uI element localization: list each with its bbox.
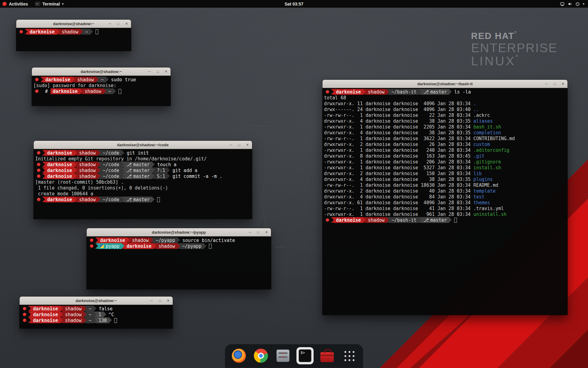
prompt-segment-gitq: ?:1 — [155, 167, 167, 173]
window-titlebar[interactable]: darknoise@shadow:~/code ─ □ × — [34, 141, 252, 149]
app-menu-label: Terminal — [42, 2, 60, 6]
close-button[interactable]: × — [124, 21, 129, 26]
minimize-button[interactable]: ─ — [228, 142, 233, 147]
terminal-line: drwxrwxr-x. 8 darknoise darknoise 163 Ja… — [324, 153, 566, 159]
redhat-icon — [90, 244, 93, 248]
terminal-line: pyappdarknoiseshadow~/pyapp — [88, 243, 270, 249]
maximize-button[interactable]: □ — [155, 69, 160, 74]
close-button[interactable]: × — [164, 69, 168, 74]
window-title: darknoise@shadow:~/pyapp — [152, 230, 206, 235]
terminal-text: sudo true — [109, 77, 136, 82]
terminal-content[interactable]: darknoiseshadow~/bash-it⎇masterls -latot… — [322, 88, 567, 315]
minimize-button[interactable]: ─ — [247, 230, 252, 235]
window-controls: ─ □ × — [107, 20, 129, 28]
prompt-segment-path: ~/code — [100, 167, 121, 173]
window-titlebar[interactable]: darknoise@shadow:~ ─ □ × — [20, 297, 173, 305]
system-status-area[interactable]: ▾ — [560, 0, 588, 8]
terminal-text: -rw-rw-r--. 1 darknoise darknoise 41 Jan… — [324, 205, 473, 211]
terminal-window-pyapp: darknoise@shadow:~/pyapp ─ □ × darknoise… — [87, 228, 271, 289]
prompt-segment-stat: 1 — [96, 312, 104, 317]
close-button[interactable]: × — [245, 142, 250, 147]
chrome-core — [258, 353, 264, 359]
maximize-button[interactable]: □ — [256, 230, 261, 235]
app-menu-terminal[interactable]: $> Terminal ▾ — [32, 0, 67, 8]
terminal-line: darknoiseshadow~/pyappsource bin/activat… — [88, 237, 270, 243]
redhat-icon — [37, 198, 40, 201]
prompt-segment-user: darknoise — [45, 150, 74, 156]
terminal-text: drwx------. 24 darknoise darknoise 4096 … — [324, 106, 473, 112]
redhat-icon — [23, 307, 26, 310]
terminal-text: -rwxrwxr-x. 1 darknoise darknoise 240 Ja… — [324, 147, 473, 153]
terminal-content[interactable]: darknoiseshadow~falsedarknoiseshadow~1^C… — [20, 305, 173, 328]
terminal-text: lib — [473, 171, 482, 176]
terminal-content[interactable]: darknoiseshadow~ — [16, 28, 131, 51]
minimize-button[interactable]: ─ — [147, 69, 152, 74]
terminal-content[interactable]: darknoiseshadow~sudo true[sudo] password… — [32, 76, 171, 106]
terminal-line: -rwxrwxr-x. 1 darknoise darknoise 961 Ja… — [324, 211, 566, 217]
display-icon — [560, 2, 565, 6]
prompt-segment-user: darknoise — [334, 89, 363, 95]
terminal-window-exitcodes: darknoise@shadow:~ ─ □ × darknoiseshadow… — [20, 297, 173, 328]
maximize-button[interactable]: □ — [237, 142, 242, 147]
maximize-button[interactable]: □ — [157, 298, 162, 303]
window-titlebar[interactable]: darknoise@shadow:~ ─ □ × — [16, 20, 131, 28]
prompt-segment-host: shadow — [366, 217, 386, 223]
close-button[interactable]: × — [560, 81, 565, 86]
dock-item-appgrid[interactable] — [341, 347, 358, 364]
terminal-text: themes — [473, 200, 490, 205]
powerline-separator-icon — [94, 312, 96, 317]
powerline-separator-icon — [153, 243, 156, 249]
prompt-segment-user: darknoise — [124, 243, 153, 249]
window-titlebar[interactable]: darknoise@shadow:~/pyapp ─ □ × — [87, 228, 271, 236]
powerline-separator-icon — [60, 306, 63, 311]
terminal-cursor — [209, 244, 212, 249]
dock-item-files[interactable] — [274, 347, 292, 364]
terminal-content[interactable]: darknoiseshadow~/codegit initInitialized… — [34, 149, 252, 219]
powerline-separator-icon — [122, 167, 124, 173]
dock-item-firefox[interactable] — [230, 347, 247, 364]
terminal-line: drwxrwxr-x. 2 darknoise darknoise 40 Jan… — [324, 188, 566, 194]
power-icon — [575, 2, 580, 6]
minimize-button[interactable]: ─ — [544, 81, 549, 86]
dock-item-chrome[interactable] — [252, 347, 270, 364]
brand-line-enterprise: ENTERPRISE — [471, 41, 557, 55]
prompt-segment-user: darknoise — [31, 317, 60, 323]
window-titlebar[interactable]: darknoise@shadow:~ ─ □ × — [32, 67, 171, 76]
maximize-button[interactable]: □ — [116, 21, 121, 26]
prompt-segment-hat — [324, 89, 331, 95]
dock-item-terminal[interactable]: $> — [296, 347, 314, 364]
powerline-separator-icon — [419, 89, 421, 94]
terminal-line: -rwxrwxr-x. 1 darknoise darknoise 2205 J… — [324, 124, 566, 130]
git-branch-icon: ⎇ — [126, 168, 132, 173]
terminal-content[interactable]: darknoiseshadow~/pyappsource bin/activat… — [87, 236, 271, 289]
clock[interactable]: Sat 03:57 — [285, 2, 303, 6]
powerline-separator-icon — [177, 243, 180, 249]
maximize-button[interactable]: □ — [552, 81, 557, 86]
prompt-segment-stat: 130 — [96, 317, 109, 323]
prompt-segment-host: shadow — [156, 243, 177, 249]
window-titlebar[interactable]: darknoise@shadow:~/bash-it ─ □ × — [322, 80, 567, 88]
terminal-text: -rw-rw-r--. 1 darknoise darknoise 18630 … — [324, 182, 473, 188]
dock-item-toolbox[interactable] — [318, 347, 336, 364]
terminal-line: drwx------. 24 darknoise darknoise 4096 … — [324, 106, 566, 112]
prompt-segment-path: ~/code — [100, 173, 121, 179]
minimize-button[interactable]: ─ — [149, 298, 154, 303]
terminal-text: create mode 100644 a — [35, 191, 93, 197]
activities-label: Activities — [9, 2, 28, 6]
prompt-segment-host: shadow — [77, 167, 98, 173]
terminal-line: darknoiseshadow~/code⎇mastertouch a — [35, 162, 251, 167]
close-button[interactable]: × — [166, 298, 171, 303]
minimize-button[interactable]: ─ — [107, 21, 112, 26]
activities-button[interactable]: Activities — [0, 0, 32, 8]
redhat-icon — [37, 169, 40, 172]
window-title: darknoise@shadow:~/bash-it — [417, 82, 473, 86]
toolbox-icon — [320, 352, 334, 362]
terminal-text: drwxrwxr-x. 4 darknoise darknoise 38 Jan… — [324, 118, 473, 124]
files-icon — [277, 350, 289, 362]
terminal-text: .editorconfig — [473, 147, 509, 153]
powerline-separator-icon — [122, 173, 124, 179]
terminal-window-code: darknoise@shadow:~/code ─ □ × darknoises… — [34, 141, 252, 219]
terminal-text: [master (root-commit) 50bcb63] . — [35, 179, 124, 185]
close-button[interactable]: × — [264, 230, 269, 235]
terminal-cursor — [96, 29, 98, 34]
